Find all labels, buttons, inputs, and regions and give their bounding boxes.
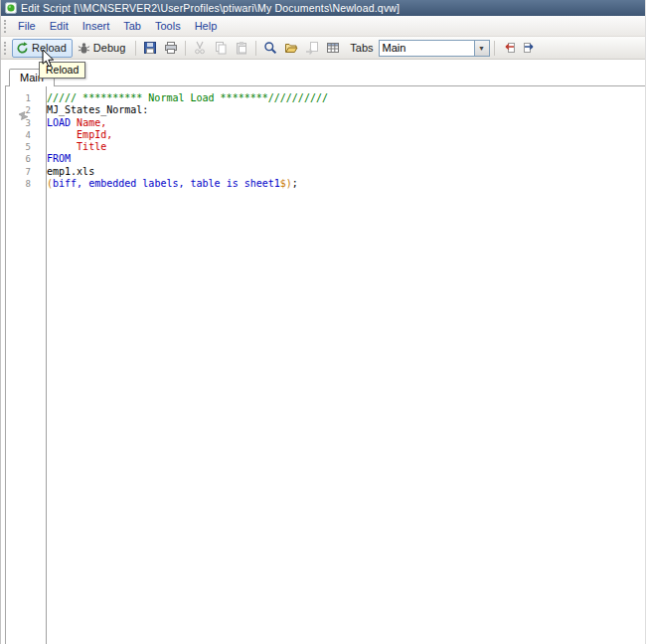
- copy-button: [211, 39, 231, 58]
- edit-script-window: Edit Script [\\MCNSERVER2\UserProfiles\p…: [0, 0, 646, 644]
- demote-tab-button[interactable]: [520, 39, 540, 58]
- code-text: emp1.xls: [40, 166, 94, 178]
- promote-tab-button[interactable]: [499, 39, 519, 58]
- code-line[interactable]: 1///// ********** Normal Load ********//…: [6, 92, 645, 104]
- reload-icon: [16, 42, 29, 55]
- cut-button: [190, 39, 210, 58]
- line-number: 3: [6, 117, 40, 129]
- code-text: (biff, embedded labels, table is sheet1$…: [40, 178, 298, 190]
- app-icon: [5, 2, 17, 14]
- menu-grip-handle[interactable]: [4, 20, 8, 33]
- line-number: 8: [6, 178, 40, 190]
- menu-tab[interactable]: Tab: [116, 17, 148, 35]
- code-line[interactable]: 3LOAD Name,: [6, 117, 645, 129]
- menu-bar: File Edit Insert Tab Tools Help: [1, 16, 645, 37]
- toolbar-separator: [255, 41, 256, 56]
- find-icon: [263, 41, 277, 55]
- combo-dropdown-icon[interactable]: ▼: [474, 41, 489, 56]
- toolbar-separator: [185, 41, 186, 56]
- table-viewer-button[interactable]: [323, 39, 343, 58]
- script-editor[interactable]: 1///// ********** Normal Load ********//…: [5, 85, 645, 644]
- code-line[interactable]: 2MJ_States_Normal:: [6, 104, 645, 116]
- tab-strip: Main: [1, 60, 645, 85]
- paste-icon: [235, 41, 248, 55]
- mouse-cursor: [42, 49, 55, 72]
- code-text: MJ_States_Normal:: [40, 104, 148, 116]
- print-icon: [164, 41, 178, 55]
- title-bar[interactable]: Edit Script [\\MCNSERVER2\UserProfiles\p…: [1, 0, 645, 16]
- promote-tab-icon: [502, 41, 516, 55]
- menu-file[interactable]: File: [11, 17, 43, 35]
- code-line[interactable]: 8(biff, embedded labels, table is sheet1…: [6, 178, 645, 190]
- demote-tab-icon: [523, 41, 537, 55]
- open-folder-icon: [284, 41, 298, 55]
- menu-insert[interactable]: Insert: [76, 17, 117, 35]
- line-number: 5: [6, 141, 40, 153]
- debug-icon: [78, 42, 90, 55]
- code-line[interactable]: 5 Title: [6, 141, 645, 153]
- line-number: 6: [6, 153, 40, 165]
- code-text: LOAD Name,: [40, 117, 106, 129]
- code-area[interactable]: 1///// ********** Normal Load ********//…: [6, 86, 645, 190]
- table-viewer-icon: [326, 41, 340, 55]
- toolbar: Reload Debug: [1, 37, 645, 60]
- code-text: Title: [40, 141, 106, 153]
- menu-edit[interactable]: Edit: [43, 17, 76, 35]
- code-line[interactable]: 4 EmpId,: [6, 129, 645, 141]
- line-number: 2: [6, 104, 40, 116]
- tabs-label: Tabs: [350, 42, 373, 54]
- tab-select-value: Main: [380, 42, 474, 54]
- print-button[interactable]: [161, 39, 181, 58]
- save-icon: [143, 41, 157, 55]
- code-text: FROM: [40, 153, 71, 165]
- copy-icon: [214, 41, 228, 55]
- toolbar-separator: [135, 41, 136, 56]
- insert-file-button: [302, 39, 322, 58]
- tab-select[interactable]: Main ▼: [379, 40, 490, 57]
- code-line[interactable]: 6FROM: [6, 153, 645, 165]
- toolbar-grip-handle[interactable]: [4, 42, 8, 55]
- code-line[interactable]: 7emp1.xls: [6, 166, 645, 178]
- menu-tools[interactable]: Tools: [148, 17, 188, 35]
- debug-button-label: Debug: [93, 42, 125, 54]
- paste-button: [232, 39, 251, 58]
- debug-button[interactable]: Debug: [74, 39, 131, 58]
- line-number: 4: [6, 129, 40, 141]
- window-title: Edit Script [\\MCNSERVER2\UserProfiles\p…: [21, 2, 400, 14]
- open-file-button[interactable]: [281, 39, 301, 58]
- find-button[interactable]: [260, 39, 280, 58]
- line-number: 1: [6, 92, 40, 104]
- menu-help[interactable]: Help: [188, 17, 225, 35]
- toolbar-separator: [494, 41, 495, 56]
- insert-file-icon: [305, 41, 319, 55]
- line-number: 7: [6, 166, 40, 178]
- code-text: ///// ********** Normal Load ********///…: [40, 92, 328, 104]
- save-button[interactable]: [140, 39, 160, 58]
- cut-icon: [193, 41, 207, 55]
- code-text: EmpId,: [40, 129, 112, 141]
